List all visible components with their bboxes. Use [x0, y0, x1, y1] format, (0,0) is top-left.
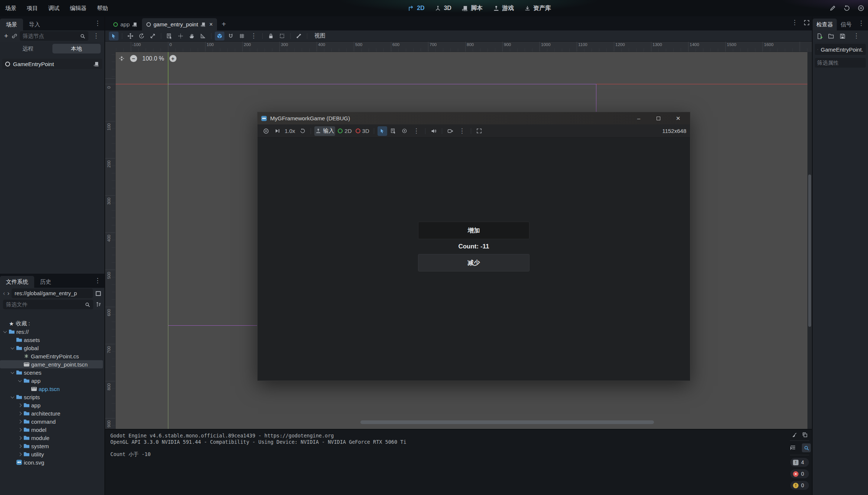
workspace-game-button[interactable]: 游戏 [493, 4, 514, 12]
fs-row-res[interactable]: res:// [0, 328, 105, 336]
script-icon[interactable] [132, 22, 137, 27]
filter-files-input[interactable]: 筛选文件 [3, 300, 93, 309]
grid-snap-button[interactable] [226, 32, 236, 40]
fs-row-icon.svg[interactable]: icon.svg [0, 458, 105, 466]
pivot-tool-button[interactable] [176, 32, 185, 40]
lock-button[interactable] [266, 32, 276, 40]
game-options-icon[interactable]: ⋮ [411, 126, 422, 137]
speed-selector[interactable]: 1.0x [284, 126, 296, 136]
game-list-select[interactable] [389, 126, 398, 136]
fs-row-app[interactable]: app [0, 377, 105, 385]
list-select-button[interactable] [165, 32, 174, 40]
workspace-script-button[interactable]: 脚本 [462, 4, 483, 12]
zoom-in-button[interactable]: + [169, 55, 176, 62]
inspector-menu-icon[interactable]: ⋮ [856, 18, 867, 29]
game-window-titlebar[interactable]: MyGFrameworkGame (DEBUG) – ✕ [258, 112, 690, 124]
filter-nodes-input[interactable]: 筛选节点 [20, 31, 88, 41]
fs-row-[interactable]: ★收藏 : [0, 319, 105, 328]
pointer-icon[interactable] [829, 5, 836, 12]
menu-editor[interactable]: 编辑器 [65, 0, 92, 16]
debug-3d-button[interactable]: 3D [354, 126, 370, 136]
workspace-3d-button[interactable]: 3D [435, 5, 451, 12]
decrease-button[interactable]: 减少 [418, 254, 529, 271]
fs-row-scenes[interactable]: scenes [0, 368, 105, 377]
horizontal-scrollbar[interactable] [360, 420, 654, 424]
reload-icon[interactable] [843, 5, 850, 12]
minimize-button[interactable]: – [631, 112, 647, 124]
camera-override-button[interactable] [400, 126, 409, 136]
skeleton-button[interactable] [294, 32, 304, 40]
filter-properties-input[interactable]: 筛选属性 [815, 58, 866, 68]
chevron-down-icon[interactable] [11, 395, 14, 398]
fs-row-assets[interactable]: assets [0, 336, 105, 344]
fs-row-model[interactable]: model [0, 426, 105, 434]
input-toggle-button[interactable]: 输入 [314, 126, 335, 136]
show-grid-button[interactable] [237, 32, 247, 40]
maximize-button[interactable] [650, 112, 667, 124]
chevron-right-icon[interactable] [18, 420, 22, 423]
error-count-badge[interactable]: × 0 [790, 469, 809, 478]
game-window[interactable]: MyGFrameworkGame (DEBUG) – ✕ 1.0x 输入 [258, 112, 690, 381]
workspace-2d-button[interactable]: 2D [408, 5, 424, 12]
pan-tool-button[interactable] [187, 32, 197, 40]
camera-button[interactable] [446, 126, 455, 136]
scene-tab-game-entry-point[interactable]: game_entry_point × [142, 18, 217, 30]
menu-debug[interactable]: 调试 [43, 0, 65, 16]
script-icon[interactable] [201, 22, 206, 27]
scene-tab-app[interactable]: app [109, 18, 142, 30]
filesystem-menu-icon[interactable]: ⋮ [92, 275, 103, 286]
close-tab-icon[interactable]: × [209, 21, 213, 28]
path-input[interactable]: res://global/game_entry_p [12, 289, 93, 298]
increase-button[interactable]: 增加 [418, 222, 529, 239]
remote-button[interactable]: 远程 [4, 44, 52, 53]
vertical-scrollbar-thumb[interactable] [808, 175, 811, 327]
scene-root-node[interactable]: GameEntryPoint [2, 59, 102, 69]
menu-help[interactable]: 帮助 [92, 0, 113, 16]
search-output-button[interactable] [802, 443, 811, 452]
tab-signals[interactable]: 信号 [837, 19, 855, 30]
tab-filesystem[interactable]: 文件系统 [0, 276, 34, 288]
scale-tool-button[interactable] [148, 32, 158, 40]
tab-scene[interactable]: 场景 [0, 19, 23, 30]
scene-tree-menu-icon[interactable]: ⋮ [91, 30, 101, 42]
menu-project[interactable]: 项目 [22, 0, 43, 16]
clear-output-icon[interactable] [791, 432, 797, 438]
expand-icon[interactable] [804, 20, 810, 26]
chevron-right-icon[interactable] [18, 403, 22, 407]
camera-options-icon[interactable]: ⋮ [457, 126, 467, 137]
tab-inspector[interactable]: 检查器 [813, 19, 837, 30]
vertical-scrollbar-track[interactable] [807, 52, 812, 429]
attached-script-icon[interactable] [94, 61, 99, 67]
chevron-right-icon[interactable] [18, 436, 22, 440]
new-scene-tab-button[interactable]: + [217, 18, 230, 30]
save-icon[interactable] [839, 33, 846, 39]
chevron-right-icon[interactable] [18, 452, 22, 456]
fs-row-utility[interactable]: utility [0, 450, 105, 458]
fs-row-architecture[interactable]: architecture [0, 409, 105, 417]
ruler-tool-button[interactable] [198, 32, 208, 40]
fs-row-GameEntryPoint.cs[interactable]: GameEntryPoint.cs [0, 352, 105, 360]
tab-import[interactable]: 导入 [23, 19, 46, 30]
close-button[interactable]: ✕ [670, 112, 686, 124]
zoom-level[interactable]: 100.0 % [142, 55, 164, 62]
fs-row-game_entry_point.tscn[interactable]: game_entry_point.tscn [0, 360, 103, 368]
pause-icon[interactable] [858, 5, 864, 12]
copy-icon[interactable] [802, 432, 808, 438]
game-select-tool[interactable] [378, 126, 387, 136]
fs-row-global[interactable]: global [0, 344, 105, 352]
move-tool-button[interactable] [126, 32, 135, 40]
zoom-out-button[interactable]: − [130, 55, 137, 62]
sort-icon[interactable] [95, 302, 101, 307]
chevron-down-icon[interactable] [3, 329, 7, 333]
warning-count-badge[interactable]: ! 0 [790, 481, 809, 490]
new-resource-icon[interactable] [816, 33, 823, 39]
fullscreen-button[interactable] [475, 126, 484, 136]
link-icon[interactable] [12, 33, 17, 39]
load-resource-icon[interactable] [828, 33, 834, 39]
fs-row-app[interactable]: app [0, 401, 105, 409]
collapse-tree-button[interactable] [788, 443, 797, 452]
fs-row-command[interactable]: command [0, 417, 105, 426]
next-frame-button[interactable] [272, 126, 282, 136]
fs-row-app.tscn[interactable]: app.tscn [0, 385, 105, 393]
menu-scene[interactable]: 场景 [0, 0, 22, 16]
